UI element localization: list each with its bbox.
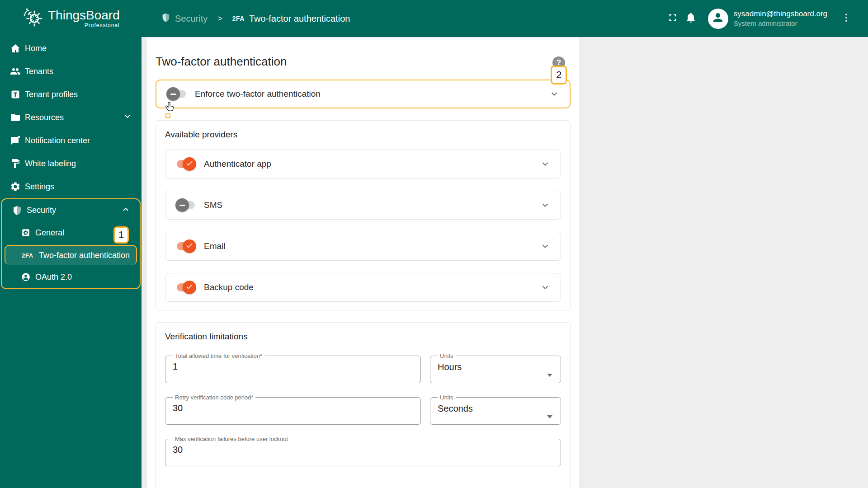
chevron-down-icon[interactable] <box>540 282 551 293</box>
provider-label: Email <box>204 241 226 251</box>
dropdown-arrow-icon <box>547 374 552 377</box>
retry-period-input[interactable] <box>173 403 401 413</box>
provider-label: Backup code <box>204 282 254 292</box>
provider-panel-sms[interactable]: SMS <box>165 191 561 220</box>
annotation-step-2-badge: 2 <box>551 66 567 84</box>
fullscreen-button[interactable] <box>664 9 682 28</box>
annotation-step-1-badge: 1 <box>113 226 129 244</box>
shield-icon <box>12 205 23 216</box>
thingsboard-logo-icon <box>23 7 43 30</box>
user-icon <box>711 11 725 26</box>
verification-limitations-section: Verification limitations Total allowed t… <box>156 322 571 488</box>
sidebar-item-tenant-profiles[interactable]: Tenant profiles <box>0 83 142 106</box>
section-heading: Available providers <box>165 130 561 140</box>
fullscreen-icon <box>667 12 679 25</box>
retry-period-units-select[interactable]: Units Seconds <box>430 394 561 425</box>
breadcrumb: Security > 2FA Two-factor authentication <box>161 0 350 37</box>
retry-period-field: Retry verification code period* <box>165 394 421 425</box>
max-failures-input[interactable] <box>173 445 534 455</box>
enforce-2fa-panel[interactable]: Enforce two-factor authentication <box>156 80 571 108</box>
max-failures-field: Max verification failures before user lo… <box>165 436 561 466</box>
tenant-profiles-icon <box>10 89 21 100</box>
provider-label: SMS <box>204 200 222 210</box>
enforce-2fa-label: Enforce two-factor authentication <box>195 89 321 99</box>
paint-roller-icon <box>10 158 21 169</box>
provider-panel-backup-code[interactable]: Backup code <box>165 273 561 302</box>
user-email: sysadmin@thingsboard.org <box>734 9 827 19</box>
field-label: Units <box>438 394 456 401</box>
sidebar-item-white-labeling[interactable]: White labeling <box>0 152 142 175</box>
thingsboard-logo[interactable]: ThingsBoard Professional <box>23 7 120 30</box>
sidebar-item-label: Tenant profiles <box>25 90 78 99</box>
user-role: System administrator <box>734 19 827 28</box>
chevron-down-icon[interactable] <box>540 159 551 169</box>
field-label: Max verification failures before user lo… <box>173 436 290 442</box>
logo-title: ThingsBoard <box>48 9 120 22</box>
chevron-down-icon[interactable] <box>540 241 551 252</box>
topbar: ThingsBoard Professional Security > 2FA … <box>0 0 868 37</box>
total-time-input[interactable] <box>173 361 401 372</box>
total-time-field: Total allowed time for verification* <box>165 352 421 383</box>
field-label: Retry verification code period* <box>173 394 255 401</box>
sidebar-item-notification-center[interactable]: Notification center <box>0 129 142 152</box>
sidebar-item-security[interactable]: Security <box>2 199 140 221</box>
more-vert-icon <box>841 12 852 25</box>
sidebar-item-label: Home <box>25 44 47 53</box>
section-heading: Verification limitations <box>165 332 561 342</box>
dropdown-arrow-icon <box>547 415 552 418</box>
general-gear-icon <box>21 228 31 238</box>
two-factor-settings-card: Two-factor authentication ? 2 Enforce tw… <box>146 38 580 488</box>
field-label: Total allowed time for verification* <box>173 352 264 359</box>
sidebar-item-label: Security <box>27 206 56 215</box>
user-info[interactable]: sysadmin@thingsboard.org System administ… <box>734 9 827 28</box>
chevron-down-icon[interactable] <box>540 200 551 211</box>
total-time-units-select[interactable]: Units Hours <box>430 352 561 383</box>
sidebar-item-label: Settings <box>25 182 54 192</box>
sidebar-item-label: Notification center <box>25 136 90 145</box>
notifications-button[interactable] <box>682 9 700 28</box>
provider-panel-authenticator-app[interactable]: Authenticator app <box>165 150 561 178</box>
more-menu-button[interactable] <box>837 9 855 28</box>
sidebar-item-label: Tenants <box>25 67 53 76</box>
bell-icon <box>685 12 697 25</box>
sidebar-item-home[interactable]: Home <box>0 37 142 60</box>
enforce-2fa-toggle[interactable] <box>166 87 187 101</box>
sidebar-item-settings[interactable]: Settings <box>0 175 142 198</box>
thingsboard-app: ThingsBoard Professional Security > 2FA … <box>0 0 868 488</box>
breadcrumb-separator: > <box>217 14 222 23</box>
authenticator-app-toggle[interactable] <box>175 157 196 171</box>
home-icon <box>10 43 21 54</box>
topbar-actions: sysadmin@thingsboard.org System administ… <box>664 0 855 37</box>
shield-icon <box>161 13 171 25</box>
sidebar: Home Tenants Tenant profiles Resources <box>0 37 142 488</box>
select-value: Seconds <box>438 404 553 414</box>
sidebar-item-label: OAuth 2.0 <box>35 272 72 282</box>
email-toggle[interactable] <box>175 239 196 253</box>
chevron-down-icon[interactable] <box>123 112 132 124</box>
sidebar-item-label: Resources <box>25 113 64 122</box>
breadcrumb-page-label: Two-factor authentication <box>249 14 350 24</box>
security-group-highlight: Security <box>1 198 141 289</box>
notification-icon <box>10 135 21 146</box>
2fa-icon: 2FA <box>21 250 34 260</box>
chevron-up-icon[interactable] <box>121 204 131 216</box>
avatar[interactable] <box>708 9 728 29</box>
sms-toggle[interactable] <box>175 198 196 212</box>
field-label: Units <box>438 352 456 359</box>
annotation-click-square <box>165 113 170 118</box>
backup-code-toggle[interactable] <box>175 281 196 294</box>
breadcrumb-security[interactable]: Security <box>161 13 208 25</box>
available-providers-section: Available providers Authenticator app <box>156 120 571 310</box>
toggle-off-dash-icon <box>170 94 176 95</box>
sidebar-item-label: White labeling <box>25 159 76 169</box>
sidebar-item-resources[interactable]: Resources <box>0 106 142 129</box>
select-value: Hours <box>438 362 553 372</box>
provider-panel-email[interactable]: Email <box>165 232 561 261</box>
sidebar-item-tenants[interactable]: Tenants <box>0 60 142 83</box>
chevron-down-icon[interactable] <box>549 89 560 99</box>
sidebar-item-label: General <box>35 228 64 238</box>
folder-icon <box>10 112 21 123</box>
sidebar-item-oauth[interactable]: OAuth 2.0 <box>2 266 140 288</box>
sidebar-item-two-factor-authentication[interactable]: 2FA Two-factor authentication <box>5 245 137 265</box>
gear-icon <box>10 181 21 192</box>
